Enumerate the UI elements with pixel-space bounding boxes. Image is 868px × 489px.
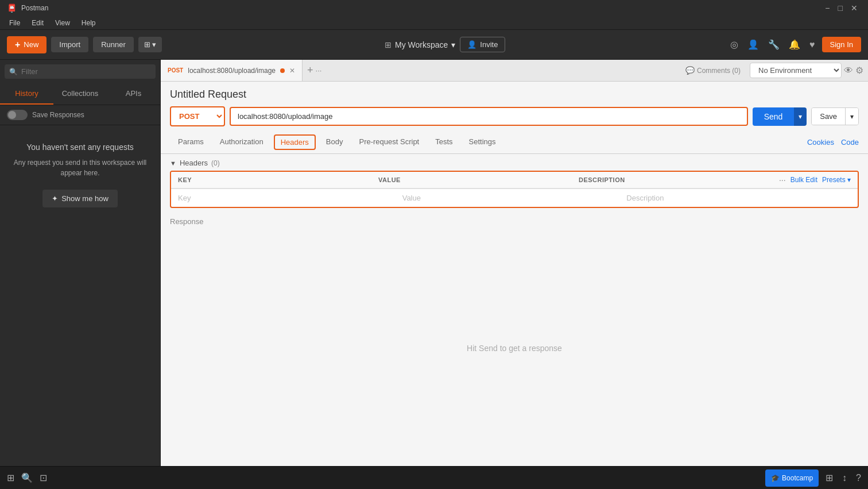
sidebar-tab-history[interactable]: History — [0, 83, 53, 105]
description-placeholder: Description — [626, 194, 664, 202]
tool-icon: ⊞ ▾ — [144, 40, 157, 49]
invite-label: Invite — [480, 40, 498, 49]
tab-url-name: localhost:8080/upload/image — [188, 67, 276, 75]
headers-count: (0) — [211, 159, 220, 167]
maximize-button[interactable]: □ — [835, 0, 846, 16]
add-tab-button[interactable]: + — [307, 64, 313, 76]
sidebar-tab-collections[interactable]: Collections — [53, 83, 107, 105]
sub-tab-settings[interactable]: Settings — [461, 132, 504, 153]
description-input-cell[interactable]: Description — [626, 194, 851, 202]
layout-switch-button[interactable]: ⊞ — [823, 470, 835, 486]
new-button[interactable]: + New — [7, 36, 46, 53]
method-select[interactable]: POST GET PUT DELETE PATCH — [170, 106, 225, 126]
value-input-cell[interactable]: Value — [402, 194, 627, 202]
response-label: Response — [170, 217, 204, 226]
title-bar: 📮 Postman − □ ✕ — [0, 0, 868, 16]
more-tabs-button[interactable]: ··· — [316, 66, 322, 75]
headers-chevron-icon[interactable]: ▼ — [170, 160, 176, 167]
bulk-edit-button[interactable]: Bulk Edit — [790, 176, 817, 184]
search-icon-button[interactable]: 🔍 — [19, 470, 35, 486]
sub-tab-body[interactable]: Body — [318, 132, 351, 153]
search-input[interactable] — [21, 67, 151, 76]
key-input-cell[interactable]: Key — [178, 194, 402, 202]
environment-select[interactable]: No Environment — [750, 63, 842, 78]
menu-edit[interactable]: Edit — [27, 18, 48, 28]
bootcamp-icon: 🎓 — [771, 474, 780, 482]
params-tab-label: Params — [178, 137, 204, 146]
layers-icon-button[interactable]: ⊡ — [37, 470, 49, 486]
authorization-tab-label: Authorization — [220, 137, 264, 146]
menu-help[interactable]: Help — [77, 18, 100, 28]
header-left: + New Import Runner ⊞ ▾ — [7, 36, 162, 53]
apis-tab-label: APIs — [126, 89, 141, 98]
sub-tab-params[interactable]: Params — [170, 132, 212, 153]
sidebar-tabs: History Collections APIs — [0, 83, 160, 105]
presets-button[interactable]: Presets ▾ — [822, 176, 851, 184]
sub-tabs-right: Cookies Code — [807, 132, 859, 152]
send-button[interactable]: Send — [753, 107, 795, 126]
show-me-icon: ✦ — [52, 194, 58, 203]
col-actions-header: ··· Bulk Edit Presets ▾ — [779, 175, 851, 184]
tab-add-actions: + ··· — [303, 64, 326, 76]
layout-icon-button[interactable]: ⊞ — [5, 470, 17, 486]
close-button[interactable]: ✕ — [847, 0, 861, 16]
workspace-button[interactable]: ⊞ My Workspace ▾ — [385, 40, 455, 49]
sidebar-empty-description: Any request you send in this workspace w… — [11, 157, 149, 178]
show-me-button[interactable]: ✦ Show me how — [42, 190, 118, 207]
tool-button[interactable]: ⊞ ▾ — [138, 37, 162, 52]
tab-method-badge: POST — [168, 67, 183, 74]
save-responses-row: Save Responses — [0, 105, 160, 125]
sidebar: 🔍 History Collections APIs Save Response… — [0, 60, 161, 466]
sign-in-button[interactable]: Sign In — [822, 37, 861, 52]
send-btn-group: Send ▾ — [753, 107, 807, 126]
main-header: + New Import Runner ⊞ ▾ ⊞ My Workspace ▾… — [0, 30, 868, 60]
invite-user-icon: 👤 — [467, 40, 476, 49]
sub-tab-authorization[interactable]: Authorization — [212, 132, 272, 153]
wrench-icon-button[interactable]: 🔧 — [766, 37, 782, 52]
settings-tab-label: Settings — [469, 137, 496, 146]
comments-label[interactable]: Comments (0) — [697, 67, 741, 75]
menu-view[interactable]: View — [51, 18, 75, 28]
import-button[interactable]: Import — [51, 37, 88, 52]
save-dropdown-button[interactable]: ▾ — [845, 108, 858, 125]
save-responses-toggle[interactable] — [7, 110, 28, 120]
sub-tab-headers[interactable]: Headers — [274, 134, 316, 150]
headers-section-label: Headers — [180, 159, 208, 167]
sub-tab-tests[interactable]: Tests — [427, 132, 460, 153]
code-link[interactable]: Code — [841, 132, 859, 152]
cookies-link[interactable]: Cookies — [807, 132, 834, 152]
col-value-header: VALUE — [378, 176, 579, 183]
send-dropdown-button[interactable]: ▾ — [794, 107, 807, 126]
request-tab[interactable]: POST localhost:8080/upload/image ✕ — [161, 60, 303, 81]
sync-button[interactable]: ↕ — [840, 471, 849, 486]
bootcamp-button[interactable]: 🎓 Bootcamp — [765, 469, 819, 487]
env-gear-button[interactable]: ⚙ — [855, 65, 863, 76]
col-description-header: DESCRIPTION — [579, 176, 779, 183]
body-tab-label: Body — [326, 137, 343, 146]
invite-button[interactable]: 👤 Invite — [460, 37, 505, 52]
satellite-icon-button[interactable]: ◎ — [728, 37, 741, 52]
question-button[interactable]: ? — [854, 471, 863, 486]
save-button[interactable]: Save — [812, 108, 845, 125]
search-input-wrap[interactable]: 🔍 — [5, 64, 156, 79]
heart-icon-button[interactable]: ♥ — [807, 37, 817, 52]
url-input[interactable] — [230, 107, 748, 126]
runner-button[interactable]: Runner — [93, 37, 134, 52]
response-empty-area: Hit Send to get a response — [161, 230, 868, 466]
tab-close-button[interactable]: ✕ — [289, 67, 295, 75]
presets-label: Presets — [822, 176, 846, 184]
taskbar-right: 🎓 Bootcamp ⊞ ↕ ? — [765, 469, 863, 487]
menu-file[interactable]: File — [5, 18, 25, 28]
more-options-icon[interactable]: ··· — [779, 175, 786, 184]
request-title: Untitled Request — [170, 88, 859, 101]
window-controls[interactable]: − □ ✕ — [822, 0, 861, 16]
menu-bar: File Edit View Help — [0, 16, 868, 30]
bell-icon-button[interactable]: 🔔 — [786, 37, 803, 52]
user-icon-button[interactable]: 👤 — [745, 37, 761, 52]
sub-tab-prerequest[interactable]: Pre-request Script — [351, 132, 427, 153]
tests-tab-label: Tests — [435, 137, 452, 146]
sidebar-tab-apis[interactable]: APIs — [107, 83, 160, 105]
sidebar-search-container: 🔍 — [0, 60, 160, 83]
env-eye-button[interactable]: 👁 — [844, 66, 853, 76]
minimize-button[interactable]: − — [822, 0, 833, 16]
